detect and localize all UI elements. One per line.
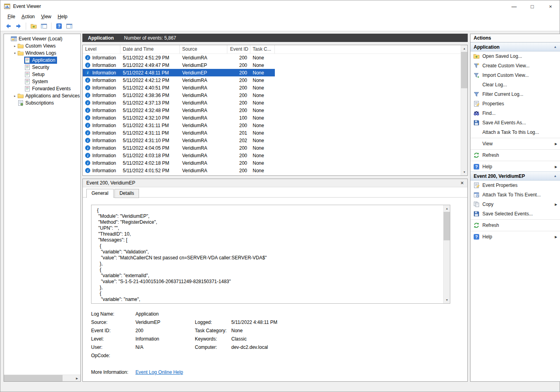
action-refresh[interactable]: Refresh	[470, 221, 560, 230]
action-label: Help	[482, 164, 492, 169]
tree-item-setup[interactable]: Setup	[4, 71, 80, 78]
collapse-icon[interactable]: ▲	[554, 43, 557, 51]
column-header-level[interactable]: Level	[83, 45, 120, 53]
show-action-pane-icon[interactable]	[65, 22, 74, 30]
event-row[interactable]: iInformation5/11/2022 4:38:36 PMVeridium…	[83, 91, 275, 99]
column-header-date-and-time[interactable]: Date and Time	[120, 45, 180, 53]
close-button[interactable]: ×	[541, 0, 560, 12]
collapse-icon[interactable]: ▲	[554, 172, 557, 181]
column-header-source[interactable]: Source	[180, 45, 227, 53]
event-task-cell: None	[250, 78, 275, 83]
scroll-up-icon[interactable]: ▲	[444, 205, 450, 212]
event-row[interactable]: iInformation5/11/2022 4:01:52 PMVeridium…	[83, 167, 275, 174]
action-attach-a-task-to-this-log[interactable]: Attach a Task To this Log...	[470, 127, 560, 137]
action-properties[interactable]: Properties	[470, 99, 560, 108]
column-header-task-c[interactable]: Task C...	[250, 45, 275, 53]
event-row[interactable]: iInformation5/11/2022 4:48:11 PMVeridium…	[83, 69, 275, 76]
field-value: 200	[135, 328, 195, 333]
action-view[interactable]: View▶	[470, 139, 560, 148]
action-label: Refresh	[482, 223, 499, 228]
tree-collapsed-arrow-icon[interactable]: ▸	[12, 94, 17, 98]
open-saved-log-icon[interactable]	[29, 22, 38, 30]
event-level-text: Information	[92, 145, 116, 151]
minimize-button[interactable]: —	[505, 0, 523, 12]
field-value: dev-dc2.dev.local	[231, 344, 455, 350]
event-properties-fields: Log Name:ApplicationSource:VeridiumEPLog…	[91, 310, 455, 376]
event-datetime-cell: 5/11/2022 4:02:18 PM	[120, 160, 180, 166]
event-row[interactable]: iInformation5/11/2022 4:37:13 PMVeridium…	[83, 99, 275, 107]
log-icon	[24, 64, 30, 70]
event-row[interactable]: iInformation5/11/2022 4:04:05 PMVeridium…	[83, 144, 275, 152]
event-row[interactable]: iInformation5/11/2022 4:03:18 PMVeridium…	[83, 152, 275, 159]
action-event-properties[interactable]: Event Properties	[470, 181, 560, 190]
scroll-down-icon[interactable]: ▼	[444, 297, 450, 303]
event-log-online-help-link[interactable]: Event Log Online Help	[135, 369, 195, 375]
event-row[interactable]: iInformation5/11/2022 4:51:29 PMVeridium…	[83, 54, 275, 61]
tree-item-subscriptions[interactable]: Subscriptions	[4, 99, 80, 107]
action-help[interactable]: ?Help▶	[470, 232, 560, 242]
action-save-selected-events[interactable]: Save Selected Events...	[470, 209, 560, 219]
scroll-down-icon[interactable]: ▼	[461, 169, 468, 175]
action-help[interactable]: ?Help▶	[470, 162, 560, 171]
event-row[interactable]: iInformation5/11/2022 4:32:10 PMVeridium…	[83, 114, 275, 122]
action-open-saved-log[interactable]: Open Saved Log...	[470, 51, 560, 61]
tree-item-event-viewer-local[interactable]: Event Viewer (Local)	[4, 35, 80, 42]
menu-item-view[interactable]: View	[38, 13, 55, 20]
information-icon: i	[85, 153, 90, 158]
scrollbar-thumb[interactable]	[461, 52, 467, 88]
event-row[interactable]: iInformation5/11/2022 4:31:11 PMVeridium…	[83, 122, 275, 129]
event-row[interactable]: iInformation5/11/2022 4:31:10 PMVeridium…	[83, 137, 275, 144]
event-level-cell: iInformation	[83, 108, 120, 113]
action-filter-current-log[interactable]: Filter Current Log...	[470, 89, 560, 99]
action-copy[interactable]: Copy▶	[470, 200, 560, 209]
event-row[interactable]: iInformation5/11/2022 4:49:47 PMVeridium…	[83, 61, 275, 69]
event-row[interactable]: iInformation5/11/2022 4:42:12 PMVeridium…	[83, 76, 275, 84]
menu-item-action[interactable]: Action	[18, 13, 38, 20]
tree-item-forwarded-events[interactable]: Forwarded Events	[4, 85, 80, 92]
help-icon[interactable]: ?	[54, 22, 63, 30]
actions-section-header-event-200-veridiumep[interactable]: Event 200, VeridiumEP▲	[470, 171, 560, 181]
event-task-cell: None	[250, 93, 275, 98]
show-console-tree-icon[interactable]	[39, 22, 48, 30]
tree-horizontal-scrollbar[interactable]: ◀ ▶	[4, 375, 80, 381]
description-vertical-scrollbar[interactable]: ▲ ▼	[443, 205, 450, 303]
scrollbar-thumb[interactable]	[4, 375, 63, 381]
tree-item-body: Applications and Services Lo	[17, 92, 81, 99]
tree-item-security[interactable]: Security	[4, 64, 80, 71]
column-header-event-id[interactable]: Event ID	[227, 45, 250, 53]
action-clear-log[interactable]: Clear Log...	[470, 80, 560, 89]
menu-item-file[interactable]: File	[4, 13, 18, 20]
tree-item-custom-views[interactable]: ▸Custom Views	[4, 42, 80, 49]
scroll-right-icon[interactable]: ▶	[74, 375, 80, 382]
maximize-button[interactable]: □	[523, 0, 541, 12]
tab-details[interactable]: Details	[114, 189, 139, 198]
tree-expanded-arrow-icon[interactable]: ▾	[12, 51, 17, 55]
event-row[interactable]: iInformation5/11/2022 4:40:51 PMVeridium…	[83, 84, 275, 91]
tree-item-applications-and-services-lo[interactable]: ▸Applications and Services Lo	[4, 92, 80, 99]
events-panel: Application Number of events: 5,867 Leve…	[82, 34, 468, 382]
scrollbar-thumb[interactable]	[444, 212, 450, 240]
event-row[interactable]: iInformation5/11/2022 4:32:48 PMVeridium…	[83, 107, 275, 114]
event-level-text: Information	[92, 123, 116, 128]
menu-item-help[interactable]: Help	[55, 13, 71, 20]
tree-item-application[interactable]: Application	[4, 57, 80, 64]
event-row[interactable]: iInformation5/11/2022 4:31:11 PMVeridium…	[83, 129, 275, 137]
close-details-icon[interactable]: ×	[461, 180, 464, 186]
events-vertical-scrollbar[interactable]: ▲ ▼	[461, 45, 467, 175]
action-create-custom-view[interactable]: Create Custom View...	[470, 61, 560, 70]
information-icon: i	[85, 115, 90, 120]
action-find[interactable]: Find...	[470, 108, 560, 118]
action-refresh[interactable]: Refresh	[470, 150, 560, 160]
tree-collapsed-arrow-icon[interactable]: ▸	[12, 44, 17, 48]
tree-item-system[interactable]: System	[4, 78, 80, 85]
tree-item-windows-logs[interactable]: ▾Windows Logs	[4, 49, 80, 57]
forward-icon[interactable]	[14, 22, 23, 30]
back-icon[interactable]	[4, 22, 13, 30]
event-row[interactable]: iInformation5/11/2022 4:02:18 PMVeridium…	[83, 159, 275, 167]
action-save-all-events-as[interactable]: Save All Events As...	[470, 118, 560, 127]
action-attach-task-to-this-event[interactable]: Attach Task To This Event...	[470, 190, 560, 200]
action-import-custom-view[interactable]: Import Custom View...	[470, 70, 560, 80]
scroll-up-icon[interactable]: ▲	[461, 45, 468, 52]
tab-general[interactable]: General	[86, 189, 114, 198]
actions-section-header-application[interactable]: Application▲	[470, 42, 560, 51]
